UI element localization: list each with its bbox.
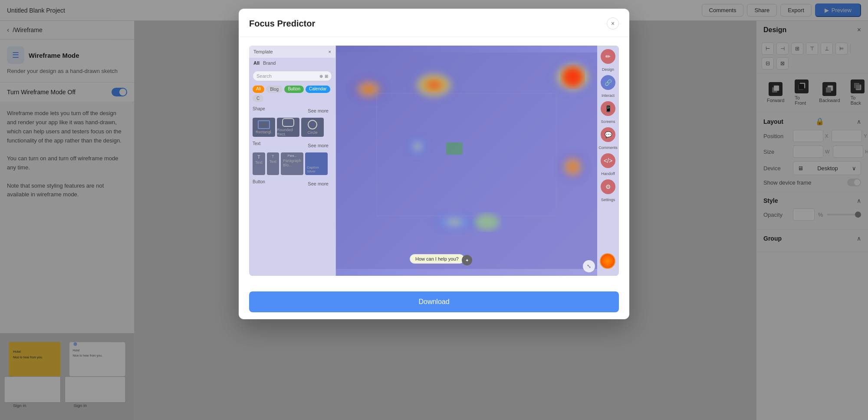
hm-design-label: Design bbox=[602, 67, 614, 72]
hm-caption-item[interactable]: Caption Silver bbox=[305, 152, 328, 175]
hm-expand-button[interactable]: ⤡ bbox=[583, 260, 595, 272]
heatmap-right-sidebar: ✏ Design 🔗 Interact 📱 Screens 💬 Comments… bbox=[597, 46, 619, 276]
hm-chatbot-icon[interactable]: ✦ bbox=[462, 255, 472, 265]
heatmap-inner: Template × All Brand Search ⊕ ⊞ bbox=[249, 46, 619, 276]
hm-comments-label: Comments bbox=[598, 146, 618, 150]
modal-overlay: Focus Predictor × bbox=[0, 0, 868, 420]
rounded-rect-shape bbox=[282, 118, 294, 127]
download-button[interactable]: Download bbox=[249, 291, 619, 312]
hm-tabs: All Brand bbox=[249, 58, 335, 68]
hm-text-see-more[interactable]: See more bbox=[304, 141, 332, 150]
focus-predictor-modal: Focus Predictor × bbox=[239, 9, 629, 319]
hm-shapes-see-more[interactable]: See more bbox=[304, 106, 332, 115]
hm-shapes-row: Rectangl. Rounded Rect. Circle bbox=[249, 116, 335, 139]
hm-template-label: Template × bbox=[249, 46, 335, 58]
hm-settings-label: Settings bbox=[601, 198, 615, 202]
heatmap-main-area bbox=[336, 46, 597, 276]
hm-text-section-label: Text See more bbox=[249, 139, 335, 151]
svg-rect-32 bbox=[446, 142, 463, 155]
hm-chip-blog[interactable]: Blog bbox=[266, 86, 283, 93]
hm-chip-calendar[interactable]: Calendar bbox=[306, 86, 330, 93]
hm-para-sample: Para... bbox=[288, 154, 297, 158]
hm-text-sample-1: T bbox=[257, 154, 260, 159]
modal-footer: Download bbox=[239, 284, 629, 319]
hm-search-icon: ⊕ bbox=[319, 74, 323, 79]
hm-close-icon[interactable]: × bbox=[329, 49, 331, 54]
hm-interact-label: Interact bbox=[602, 93, 615, 98]
heatmap-container: Template × All Brand Search ⊕ ⊞ bbox=[249, 46, 619, 276]
hm-shape-rect[interactable]: Rectangl. bbox=[253, 118, 275, 137]
hm-avatar bbox=[600, 253, 615, 269]
hm-handoff-btn[interactable]: </> bbox=[601, 153, 615, 168]
hm-search-placeholder: Search bbox=[256, 73, 319, 79]
hm-text-label: Text bbox=[253, 141, 260, 150]
heatmap-svg bbox=[336, 46, 597, 276]
svg-point-23 bbox=[409, 69, 458, 101]
hm-shape-section: Shape See more bbox=[249, 104, 335, 116]
hm-chip-button[interactable]: Button bbox=[284, 86, 304, 93]
hm-chatbot-bubble: How can I help you? bbox=[410, 254, 464, 264]
hm-chip-c[interactable]: C bbox=[253, 95, 263, 102]
hm-button-see-more[interactable]: See more bbox=[304, 179, 332, 188]
hm-interact-btn[interactable]: 🔗 bbox=[601, 75, 615, 90]
hm-para-label: Paragraph Blo... bbox=[283, 159, 301, 167]
heatmap-sidebar: Template × All Brand Search ⊕ ⊞ bbox=[249, 46, 336, 276]
hm-chip-all[interactable]: All bbox=[253, 86, 264, 93]
hm-text-item-2[interactable]: T Text bbox=[267, 152, 279, 175]
circle-shape bbox=[308, 120, 317, 129]
hm-qr-icon: ⊞ bbox=[325, 74, 328, 79]
modal-title: Focus Predictor bbox=[249, 19, 315, 29]
modal-body: Template × All Brand Search ⊕ ⊞ bbox=[239, 37, 629, 284]
hm-search[interactable]: Search ⊕ ⊞ bbox=[253, 71, 332, 81]
svg-point-26 bbox=[562, 67, 583, 87]
hm-text-section: T Text T Text Para... Paragraph Blo... bbox=[249, 151, 335, 177]
hm-text-label-2: Text bbox=[270, 159, 277, 164]
hm-text-items: T Text T Text Para... Paragraph Blo... bbox=[253, 152, 332, 175]
hm-button-label: Button bbox=[253, 179, 265, 188]
hm-shape-rrect[interactable]: Rounded Rect. bbox=[277, 118, 299, 137]
hm-text-item-para[interactable]: Para... Paragraph Blo... bbox=[281, 152, 303, 175]
hm-text-sample-2: T bbox=[272, 154, 274, 159]
svg-point-27 bbox=[556, 150, 589, 183]
modal-close-button[interactable]: × bbox=[607, 17, 619, 30]
svg-point-29 bbox=[430, 212, 479, 232]
modal-header: Focus Predictor × bbox=[239, 9, 629, 37]
hm-button-section-label: Button See more bbox=[249, 177, 335, 189]
hm-text-item-1[interactable]: T Text bbox=[253, 152, 265, 175]
hm-comments-btn[interactable]: 💬 bbox=[601, 127, 615, 142]
hm-handoff-label: Handoff bbox=[601, 172, 615, 176]
hm-tab-brand[interactable]: Brand bbox=[263, 60, 276, 66]
hm-chatbot-text: How can I help you? bbox=[415, 256, 459, 261]
rectangle-shape bbox=[258, 120, 270, 129]
hm-settings-btn[interactable]: ⚙ bbox=[601, 179, 615, 194]
hm-shape-circle[interactable]: Circle bbox=[301, 118, 324, 137]
svg-point-28 bbox=[405, 134, 430, 159]
svg-point-24 bbox=[348, 75, 389, 103]
hm-tab-all[interactable]: All bbox=[253, 60, 260, 66]
hm-caption-label: Caption Silver bbox=[307, 165, 326, 173]
hm-text-label-1: Text bbox=[255, 160, 263, 165]
hm-rrect-label: Rounded Rect. bbox=[277, 128, 299, 136]
hm-design-btn[interactable]: ✏ bbox=[601, 49, 615, 64]
hm-screens-btn[interactable]: 📱 bbox=[601, 101, 615, 116]
hm-screens-label: Screens bbox=[601, 119, 615, 124]
hm-shape-label: Shape bbox=[253, 106, 265, 115]
hm-rect-label: Rectangl. bbox=[256, 130, 272, 134]
hm-circle-label: Circle bbox=[307, 130, 317, 135]
hm-chips: All Blog Button Calendar C bbox=[249, 84, 335, 104]
svg-point-30 bbox=[475, 214, 499, 230]
